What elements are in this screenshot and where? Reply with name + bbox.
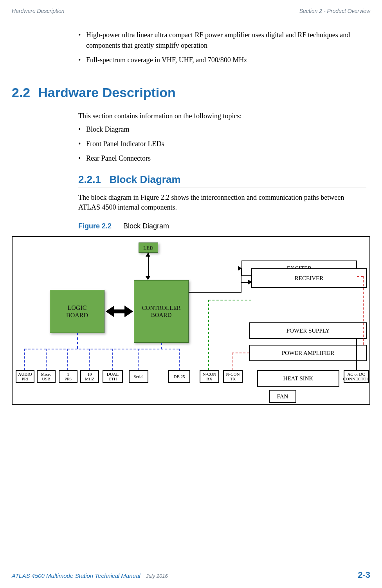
- figure-caption: Figure 2.2Block Diagram: [78, 222, 366, 230]
- connector-db25: DB 25: [168, 370, 190, 383]
- subsection-number: 2.2.1: [78, 174, 101, 185]
- section-heading: 2.2Hardware Description: [12, 85, 366, 100]
- subsection-paragraph: The block diagram in Figure 2.2 shows th…: [78, 193, 366, 212]
- connector-1pps: 1 PPS: [59, 370, 77, 383]
- conn-line: [241, 268, 241, 292]
- arrowhead-icon: [146, 253, 150, 257]
- receiver-block: RECEIVER: [251, 268, 367, 288]
- footer-date: July 2016: [146, 573, 168, 579]
- topic-item: Block Diagram: [78, 124, 366, 135]
- conn-line-blue: [67, 349, 68, 370]
- conn-line-blue: [112, 349, 113, 370]
- connector-micro-usb: Micro USB: [37, 370, 56, 383]
- connector-serial: Serial: [129, 370, 148, 383]
- figure-title: Block Diagram: [123, 222, 169, 230]
- conn-line-blue: [179, 349, 180, 370]
- connector-audio-pri: AUDIO PRI: [16, 370, 34, 383]
- conn-line-blue: [161, 343, 162, 349]
- subsection-heading: 2.2.1 Block Diagram: [78, 174, 366, 186]
- feature-list: High-power ultra linear ultra compact RF…: [78, 30, 366, 65]
- logic-board-block: LOGIC BOARD: [50, 290, 105, 333]
- header-left: Hardware Description: [12, 8, 65, 14]
- conn-line-blue: [138, 349, 139, 370]
- header-right: Section 2 - Product Overview: [299, 8, 370, 14]
- led-block: LED: [139, 242, 158, 253]
- controller-board-block: CONTROLLER BOARD: [134, 280, 189, 343]
- connector-ncon-tx: N-CON TX: [223, 370, 243, 383]
- rule: [78, 188, 366, 188]
- block-diagram: LED LOGIC BOARD CONTROLLER BOARD EXCITER…: [12, 236, 370, 405]
- arrowhead-icon: [238, 266, 242, 271]
- connector-dual-eth: DUAL ETH: [103, 370, 123, 383]
- feature-item: Full-spectrum coverage in VHF, UHF, and …: [78, 55, 366, 65]
- connector-ac-dc: AC or DC CONNECTOR: [344, 370, 369, 383]
- conn-line: [189, 292, 241, 293]
- subsection-title: Block Diagram: [110, 174, 181, 185]
- conn-line-red: [357, 276, 364, 277]
- arrowhead-icon: [248, 280, 252, 284]
- topic-list: Block Diagram Front Panel Indicator LEDs…: [78, 124, 366, 164]
- page-footer: ATLAS 4500 Multimode Station Technical M…: [12, 570, 370, 580]
- conn-line-red: [232, 353, 249, 353]
- topic-item: Rear Panel Connectors: [78, 153, 366, 164]
- fan-block: FAN: [269, 390, 296, 403]
- main-content: High-power ultra linear ultra compact RF…: [12, 30, 370, 405]
- conn-line-blue: [24, 349, 25, 370]
- connector-ncon-rx: N-CON RX: [200, 370, 219, 383]
- conn-line-blue: [46, 349, 47, 370]
- footer-left-group: ATLAS 4500 Multimode Station Technical M…: [12, 572, 168, 579]
- bidirectional-arrow-icon: [106, 306, 133, 317]
- conn-line-blue: [77, 333, 78, 349]
- section-title: Hardware Description: [38, 85, 175, 100]
- conn-line-blue: [89, 349, 90, 370]
- power-supply-block: POWER SUPPLY: [249, 322, 367, 339]
- power-amplifier-block: POWER AMPLIFIER: [249, 345, 367, 361]
- connector-10mhz: 10 MHZ: [80, 370, 99, 383]
- section-intro: This section contains information on the…: [78, 112, 366, 120]
- feature-item: High-power ultra linear ultra compact RF…: [78, 30, 366, 51]
- figure-number: Figure 2.2: [78, 222, 112, 230]
- page-header: Hardware Description Section 2 - Product…: [12, 8, 370, 14]
- conn-line-blue: [24, 349, 179, 349]
- footer-page-number: 2-3: [358, 570, 370, 580]
- footer-manual-title: ATLAS 4500 Multimode Station Technical M…: [12, 572, 141, 579]
- conn-line-green: [208, 300, 209, 370]
- heat-sink-block: HEAT SINK: [257, 370, 339, 387]
- conn-line-green: [208, 300, 251, 300]
- arrowhead-icon: [146, 276, 150, 280]
- topic-item: Front Panel Indicator LEDs: [78, 139, 366, 149]
- conn-line-red: [363, 276, 364, 345]
- section-number: 2.2: [12, 85, 30, 100]
- conn-line: [356, 339, 357, 370]
- conn-line-red: [232, 353, 232, 370]
